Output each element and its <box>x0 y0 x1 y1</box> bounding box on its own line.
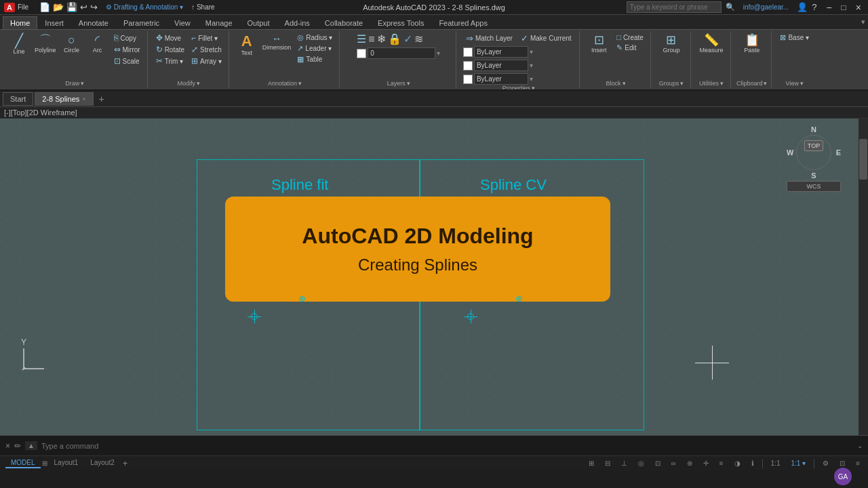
customize-icon[interactable]: ≡ <box>853 460 863 467</box>
menu-file[interactable]: File <box>18 3 28 11</box>
help-icon[interactable]: ? <box>812 2 816 12</box>
tab-start[interactable]: Start <box>3 92 33 106</box>
match-layer-icon[interactable]: ≋ <box>414 33 423 45</box>
paste-button[interactable]: 📋 Paste <box>738 33 766 55</box>
otrack-toggle[interactable]: ∞ <box>669 460 679 467</box>
vertical-scrollbar[interactable] <box>859 119 868 435</box>
layer-dropdown-icon[interactable]: ▾ <box>437 49 440 57</box>
mirror-button[interactable]: ⇔ Mirror <box>111 44 143 55</box>
tab-add-ins[interactable]: Add-ins <box>277 16 317 29</box>
bylayer-1-input[interactable] <box>474 46 528 58</box>
tab-home[interactable]: Home <box>3 16 37 29</box>
tab-featured-apps[interactable]: Featured Apps <box>431 16 495 29</box>
tab-express-tools[interactable]: Express Tools <box>370 16 431 29</box>
polar-toggle[interactable]: ◎ <box>635 460 647 467</box>
command-input[interactable] <box>41 442 853 450</box>
layout-grid-icon[interactable]: ⊞ <box>42 460 47 467</box>
ribbon-collapse-icon[interactable]: ▾ <box>861 18 865 26</box>
workspace-icon[interactable]: ⚙ <box>820 460 831 467</box>
redo-icon[interactable]: ↪ <box>90 2 98 12</box>
base-view-button[interactable]: ⊠Base ▾ <box>777 33 812 43</box>
maximize-button[interactable]: □ <box>839 3 849 12</box>
undo-icon[interactable]: ↩ <box>80 2 87 12</box>
make-current-icon[interactable]: ✓ <box>403 33 412 45</box>
create-block-button[interactable]: □Create <box>614 33 646 42</box>
bylayer1-dropdown[interactable]: ▾ <box>530 48 533 56</box>
tab-insert[interactable]: Insert <box>37 16 71 29</box>
arc-button[interactable]: ◜ Arc <box>85 33 110 55</box>
dynmode-toggle[interactable]: ✛ <box>701 460 711 467</box>
block-expand-icon[interactable]: ▾ <box>623 80 626 87</box>
open-icon[interactable]: 📂 <box>53 2 64 12</box>
line-button[interactable]: ╱ Line <box>7 33 31 56</box>
layer-props-icon[interactable]: ☰ <box>357 33 366 45</box>
tab-collaborate[interactable]: Collaborate <box>317 16 370 29</box>
account-icon[interactable]: 👤 <box>797 2 808 12</box>
draw-expand-icon[interactable]: ▾ <box>81 80 84 87</box>
new-tab-button[interactable]: + <box>95 94 108 104</box>
qp-toggle[interactable]: ℹ <box>749 460 757 467</box>
new-icon[interactable]: 📄 <box>39 2 50 12</box>
measure-button[interactable]: 📏 Measure <box>696 33 726 55</box>
layout1-tab[interactable]: Layout1 <box>49 458 84 468</box>
properties-expand-icon[interactable]: ▾ <box>532 85 535 91</box>
tspace-toggle[interactable]: ◑ <box>732 460 743 467</box>
fillet-button[interactable]: ⌐Fillet ▾ <box>189 33 224 43</box>
text-button[interactable]: A Text <box>235 33 259 58</box>
tab-view[interactable]: View <box>167 16 198 29</box>
linewidth-toggle[interactable]: ≡ <box>717 460 726 467</box>
copy-button[interactable]: ⎘ Copy <box>111 33 143 43</box>
dimension-button[interactable]: ↔ Dimension <box>260 33 294 52</box>
trim-button[interactable]: ✂Trim ▾ <box>153 56 187 66</box>
layer-freeze-icon[interactable]: ❄ <box>377 33 386 45</box>
modify-expand-icon[interactable]: ▾ <box>197 80 200 87</box>
table-button[interactable]: ▦Table <box>294 54 335 64</box>
radius-button[interactable]: ◎Radius ▾ <box>294 33 335 43</box>
compass-top-button[interactable]: TOP <box>804 140 823 151</box>
insert-block-button[interactable]: ⊡ Insert <box>585 33 612 55</box>
bylayer-2-input[interactable] <box>474 60 528 71</box>
move-button[interactable]: ✥Move <box>153 33 187 43</box>
tab-splines[interactable]: 2-8 Splines × <box>35 92 93 106</box>
leader-button[interactable]: ↗Leader ▾ <box>294 43 335 54</box>
array-button[interactable]: ⊞Array ▾ <box>189 56 224 66</box>
search-input[interactable] <box>627 1 722 13</box>
bylayer2-dropdown[interactable]: ▾ <box>530 62 533 69</box>
add-layout-button[interactable]: + <box>123 458 128 468</box>
search-icon[interactable]: 🔍 <box>726 3 735 12</box>
user-avatar[interactable]: GA <box>834 468 852 485</box>
layout2-tab[interactable]: Layout2 <box>85 458 120 468</box>
tab-manage[interactable]: Manage <box>198 16 240 29</box>
tab-annotate[interactable]: Annotate <box>71 16 116 29</box>
save-icon[interactable]: 💾 <box>66 2 77 12</box>
make-current-button[interactable]: ✓ Make Current <box>518 33 574 44</box>
layer-lock-icon[interactable]: 🔒 <box>388 33 401 45</box>
tab-parametric[interactable]: Parametric <box>116 16 167 29</box>
close-button[interactable]: × <box>853 2 864 13</box>
workspace-selector[interactable]: ⚙ Drafting & Annotation ▾ <box>106 3 183 11</box>
tab-close-icon[interactable]: × <box>82 96 85 102</box>
layers-expand-icon[interactable]: ▾ <box>407 80 410 87</box>
annotation-expand-icon[interactable]: ▾ <box>298 80 302 87</box>
tab-output[interactable]: Output <box>240 16 277 29</box>
cmd-scroll-icon[interactable]: ⌄ <box>857 442 863 449</box>
rotate-button[interactable]: ↻Rotate <box>153 44 187 55</box>
ortho-toggle[interactable]: ⊥ <box>618 460 630 467</box>
utilities-expand-icon[interactable]: ▾ <box>720 80 724 87</box>
annotation-scale[interactable]: 1:1 ▾ <box>788 460 808 467</box>
polyline-button[interactable]: ⌒ Polyline <box>33 33 58 55</box>
clean-screen[interactable]: ⊡ <box>837 460 848 467</box>
osnap-toggle[interactable]: ⊡ <box>652 460 663 467</box>
bylayer3-dropdown[interactable]: ▾ <box>530 75 533 83</box>
layer-state-icon[interactable]: ≡ <box>368 33 374 45</box>
snap-toggle[interactable]: ⊞ <box>586 460 597 467</box>
layer-name-input[interactable] <box>368 47 435 59</box>
circle-button[interactable]: ○ Circle <box>60 33 84 55</box>
scrollbar-thumb[interactable] <box>859 139 867 180</box>
grid-toggle[interactable]: ⊟ <box>602 460 613 467</box>
group-button[interactable]: ⊞ Group <box>656 33 686 55</box>
share-button[interactable]: ↑ Share <box>191 3 214 11</box>
minimize-button[interactable]: − <box>823 2 834 13</box>
stretch-button[interactable]: ⤢Stretch <box>189 44 224 55</box>
clipboard-expand-icon[interactable]: ▾ <box>764 80 767 87</box>
